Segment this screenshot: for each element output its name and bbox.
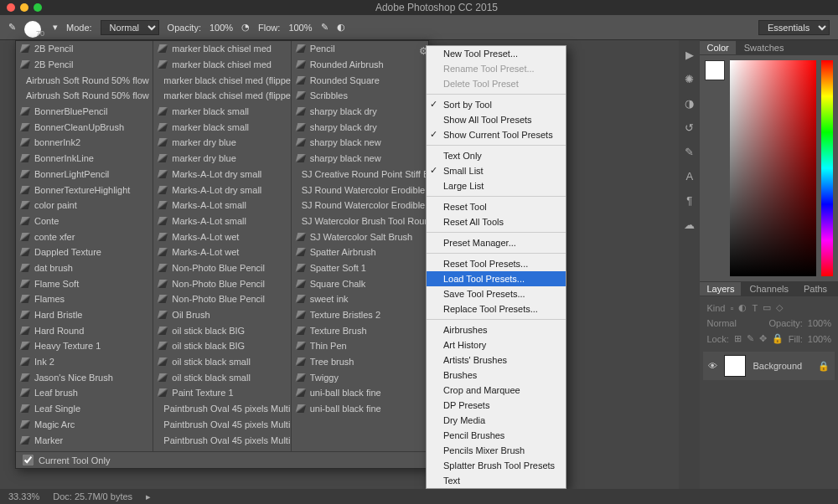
preset-item[interactable]: Paintbrush Oval 45 pixels Multi... bbox=[153, 417, 290, 433]
preset-item[interactable]: Pencil bbox=[292, 41, 428, 57]
menu-item[interactable]: Artists' Brushes bbox=[427, 352, 566, 368]
play-icon[interactable]: ▶ bbox=[685, 49, 694, 61]
preset-item[interactable]: Marker bbox=[16, 432, 153, 448]
menu-item[interactable]: ✓Sort by Tool bbox=[427, 97, 566, 112]
menu-item[interactable]: Pencils Mixer Brush bbox=[427, 443, 566, 458]
preset-item[interactable]: Spatter Soft 1 bbox=[292, 260, 428, 276]
preset-item[interactable]: marker black chisel med bbox=[153, 41, 290, 57]
preset-item[interactable]: marker black small bbox=[153, 119, 290, 135]
preset-item[interactable]: Airbrush Soft Round 50% flow bbox=[16, 72, 153, 88]
preset-item[interactable]: conte xfer bbox=[16, 229, 153, 244]
tab-color[interactable]: Color bbox=[700, 41, 735, 54]
menu-item[interactable]: Dry Media bbox=[427, 413, 566, 428]
preset-item[interactable]: Tree brush bbox=[292, 354, 428, 370]
preset-item[interactable]: Twiggy bbox=[292, 369, 428, 385]
tab-layers[interactable]: Layers bbox=[700, 282, 741, 296]
zoom-level[interactable]: 33.33% bbox=[8, 491, 39, 501]
flow-value[interactable]: 100% bbox=[288, 23, 312, 33]
menu-item[interactable]: New Tool Preset... bbox=[427, 46, 566, 61]
preset-item[interactable]: color paint bbox=[16, 198, 153, 213]
preset-item[interactable]: sharpy black dry bbox=[292, 104, 428, 120]
preset-item[interactable]: Spatter Airbrush bbox=[292, 244, 428, 260]
preset-item[interactable]: marker black chisel med (flipped) bbox=[153, 72, 290, 88]
adjustments-icon[interactable]: ✺ bbox=[685, 73, 694, 85]
preset-item[interactable]: Square Chalk bbox=[292, 275, 428, 291]
preset-item[interactable]: marker dry blue bbox=[153, 151, 290, 167]
layer-thumbnail[interactable] bbox=[724, 355, 746, 377]
close-icon[interactable] bbox=[7, 3, 15, 12]
preset-item[interactable]: SJ Round Watercolor Erodible ... bbox=[292, 182, 428, 198]
preset-item[interactable]: sharpy black new bbox=[292, 135, 428, 151]
preset-item[interactable]: 2B Pencil bbox=[16, 41, 153, 57]
preset-item[interactable]: Leaf Single bbox=[16, 401, 153, 417]
chevron-right-icon[interactable]: ▸ bbox=[146, 491, 151, 502]
preset-item[interactable]: oil stick black BIG bbox=[153, 322, 290, 338]
preset-item[interactable]: marker dry blue bbox=[153, 135, 290, 151]
preset-item[interactable]: BonnerLightPencil bbox=[16, 167, 153, 183]
preset-item[interactable]: Marks-A-Lot small bbox=[153, 198, 290, 213]
preset-item[interactable]: Flame Soft bbox=[16, 275, 153, 291]
character-icon[interactable]: A bbox=[685, 170, 693, 183]
menu-item[interactable]: Text Only bbox=[427, 148, 566, 163]
menu-item[interactable]: Text bbox=[427, 473, 566, 488]
preset-item[interactable]: Rounded Airbrush bbox=[292, 57, 428, 73]
menu-item[interactable]: Crop and Marquee bbox=[427, 383, 566, 398]
preset-item[interactable]: Paintbrush Oval 45 pixels Multi... bbox=[153, 432, 290, 448]
preset-item[interactable]: Ink 2 bbox=[16, 354, 153, 370]
preset-item[interactable]: Non-Photo Blue Pencil bbox=[153, 291, 290, 307]
menu-item[interactable]: Preset Manager... bbox=[427, 235, 566, 250]
brushes-icon[interactable]: ✎ bbox=[685, 146, 694, 158]
menu-item[interactable]: Reset Tool bbox=[427, 199, 566, 214]
pressure-size-icon[interactable]: ◐ bbox=[337, 22, 345, 33]
preset-item[interactable]: Dappled Texture bbox=[16, 244, 153, 260]
menu-item[interactable]: Show All Tool Presets bbox=[427, 112, 566, 127]
preset-item[interactable]: Oil Brush bbox=[153, 307, 290, 323]
preset-item[interactable]: Flames bbox=[16, 291, 153, 307]
preset-item[interactable]: uni-ball black fine bbox=[292, 385, 428, 401]
preset-picker-icon[interactable]: ▾ bbox=[53, 22, 58, 33]
opacity-value[interactable]: 100% bbox=[210, 23, 233, 33]
filter-adjust-icon[interactable]: ◐ bbox=[738, 302, 747, 313]
menu-item[interactable]: Load Tool Presets... bbox=[427, 271, 566, 286]
preset-item[interactable]: 2B Pencil bbox=[16, 57, 153, 73]
preset-item[interactable]: oil stick black small bbox=[153, 369, 290, 385]
preset-item[interactable]: marker black small bbox=[153, 104, 290, 120]
preset-item[interactable]: marker black chisel med bbox=[153, 57, 290, 73]
filter-type-icon[interactable]: T bbox=[752, 303, 758, 313]
menu-item[interactable]: Splatter Brush Tool Presets bbox=[427, 458, 566, 473]
tab-channels[interactable]: Channels bbox=[742, 282, 794, 296]
visibility-icon[interactable]: 👁 bbox=[708, 361, 717, 371]
current-tool-only-checkbox[interactable] bbox=[23, 455, 34, 465]
preset-item[interactable]: SJ Creative Round Point Stiff Br... bbox=[292, 167, 428, 183]
blend-mode-select[interactable]: Normal bbox=[101, 20, 159, 35]
fill-value[interactable]: 100% bbox=[808, 334, 831, 344]
styles-icon[interactable]: ◑ bbox=[685, 97, 694, 110]
preset-item[interactable]: Marks-A-Lot dry small bbox=[153, 167, 290, 183]
preset-item[interactable]: Texture Bristles 2 bbox=[292, 307, 428, 323]
preset-item[interactable]: Airbrush Soft Round 50% flow bbox=[16, 88, 153, 104]
preset-item[interactable]: Hard Bristle bbox=[16, 307, 153, 323]
pressure-opacity-icon[interactable]: ◔ bbox=[241, 22, 250, 33]
tab-swatches[interactable]: Swatches bbox=[737, 41, 791, 54]
preset-item[interactable]: Magic Arc bbox=[16, 417, 153, 433]
preset-item[interactable]: SJ Watercolor Salt Brush bbox=[292, 229, 428, 244]
brush-tool-icon[interactable]: ✎ bbox=[8, 22, 16, 33]
filter-smart-icon[interactable]: ◇ bbox=[776, 302, 783, 313]
library-icon[interactable]: ☁ bbox=[684, 219, 695, 231]
menu-item[interactable]: DP Presets bbox=[427, 398, 566, 413]
preset-item[interactable]: oil stick black BIG bbox=[153, 338, 290, 354]
preset-item[interactable]: Marks-A-Lot dry small bbox=[153, 182, 290, 198]
menu-item[interactable]: Large List bbox=[427, 178, 566, 193]
preset-item[interactable]: Marks-A-Lot small bbox=[153, 213, 290, 229]
maximize-icon[interactable] bbox=[34, 3, 42, 12]
preset-item[interactable]: Non-Photo Blue Pencil bbox=[153, 260, 290, 276]
menu-item[interactable]: Reset Tool Presets... bbox=[427, 256, 566, 271]
workspace-select[interactable]: Essentials bbox=[758, 20, 830, 35]
lock-pixels-icon[interactable]: ✎ bbox=[747, 333, 754, 344]
preset-item[interactable]: oil stick black small bbox=[153, 354, 290, 370]
preset-item[interactable]: Marks-A-Lot wet bbox=[153, 244, 290, 260]
hue-slider[interactable] bbox=[821, 60, 833, 276]
menu-item[interactable]: Save Tool Presets... bbox=[427, 286, 566, 301]
preset-item[interactable]: sharpy black new bbox=[292, 151, 428, 167]
preset-item[interactable]: Paintbrush Oval 45 pixels Multi... bbox=[153, 401, 290, 417]
